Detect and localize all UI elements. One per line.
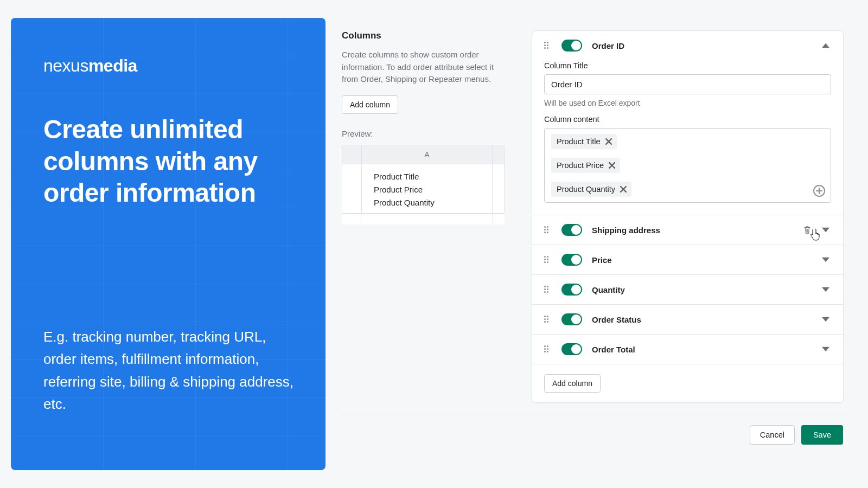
preview-label: Preview: (342, 129, 505, 138)
expand-icon[interactable] (820, 254, 831, 265)
collapse-icon[interactable] (820, 40, 831, 51)
promo-headline: Create unlimited columns with any order … (43, 114, 298, 209)
content-tag: Product Price (551, 158, 620, 173)
app-area: Columns Create columns to show custom or… (326, 0, 868, 488)
column-row-price[interactable]: Price (532, 245, 843, 275)
add-column-button[interactable]: Add column (342, 95, 398, 114)
column-content-tagbox[interactable]: Product Title Product Price Product Quan… (544, 128, 831, 203)
column-title-hint: Will be used on Excel export (544, 99, 831, 107)
column-toggle[interactable] (561, 284, 582, 296)
save-button[interactable]: Save (801, 425, 843, 445)
drag-handle-icon[interactable] (544, 345, 552, 353)
drag-handle-icon[interactable] (544, 316, 552, 323)
cancel-button[interactable]: Cancel (750, 425, 795, 445)
column-toggle[interactable] (561, 254, 582, 266)
content-tag: Product Title (551, 134, 617, 149)
preview-corner-right (492, 145, 504, 164)
column-row-order-total[interactable]: Order Total (532, 335, 843, 364)
content-tag: Product Quantity (551, 182, 631, 197)
columns-description: Create columns to show custom order info… (342, 49, 505, 86)
action-bar: Cancel Save (342, 414, 846, 445)
tag-label: Product Price (557, 161, 604, 170)
promo-panel: nexusmedia Create unlimited columns with… (11, 18, 326, 470)
preview-cell: Product Title Product Price Product Quan… (362, 164, 492, 213)
column-content-label: Column content (544, 115, 831, 124)
preview-corner (342, 145, 362, 164)
column-row-quantity[interactable]: Quantity (532, 275, 843, 305)
add-column-button-bottom[interactable]: Add column (544, 374, 601, 393)
drag-handle-icon[interactable] (544, 256, 552, 264)
column-toggle[interactable] (561, 313, 582, 325)
column-row-order-status[interactable]: Order Status (532, 305, 843, 335)
tag-label: Product Quantity (557, 185, 615, 194)
preview-gutter-right (492, 164, 504, 213)
expand-icon[interactable] (820, 344, 831, 355)
add-tag-icon[interactable] (813, 185, 825, 197)
preview-header: A (362, 145, 492, 164)
tag-label: Product Title (557, 137, 601, 146)
column-title-label: Column Title (544, 61, 831, 70)
expand-icon[interactable] (820, 314, 831, 325)
brand-logo: nexusmedia (43, 56, 298, 76)
column-row-order-id[interactable]: Order ID (532, 31, 843, 59)
columns-title: Columns (342, 30, 505, 41)
preview-row: Product Quantity (374, 198, 480, 207)
brand-bold: media (88, 56, 137, 75)
expand-icon[interactable] (820, 284, 831, 295)
promo-subtext: E.g. tracking number, tracking URL, orde… (43, 326, 298, 438)
column-toggle[interactable] (561, 224, 582, 236)
column-name: Price (592, 255, 820, 265)
column-body: Column Title Will be used on Excel expor… (532, 61, 843, 215)
column-name: Order Status (592, 315, 820, 324)
remove-tag-icon[interactable] (608, 162, 616, 169)
column-name: Quantity (592, 285, 820, 294)
brand-light: nexus (43, 56, 88, 75)
drag-handle-icon[interactable] (544, 226, 552, 234)
remove-tag-icon[interactable] (620, 185, 627, 193)
editor-footer: Add column (532, 364, 843, 402)
delete-column-icon[interactable] (802, 224, 813, 235)
columns-sidebar: Columns Create columns to show custom or… (342, 11, 505, 403)
preview-row: Product Title (374, 172, 480, 181)
column-name: Shipping address (592, 226, 802, 235)
preview-gutter-left (342, 164, 362, 213)
preview-table: A Product Title Product Price Product Qu… (342, 145, 505, 224)
column-toggle[interactable] (561, 40, 582, 52)
column-editor: Order ID Column Title Will be used on Ex… (532, 30, 844, 403)
preview-row: Product Price (374, 185, 480, 194)
column-name: Order Total (592, 345, 820, 354)
column-row-shipping-address[interactable]: Shipping address (532, 215, 843, 245)
drag-handle-icon[interactable] (544, 286, 552, 293)
column-toggle[interactable] (561, 343, 582, 355)
column-name: Order ID (592, 41, 820, 50)
expand-icon[interactable] (820, 224, 831, 235)
column-title-input[interactable] (544, 74, 831, 94)
drag-handle-icon[interactable] (544, 42, 552, 49)
remove-tag-icon[interactable] (605, 138, 612, 145)
